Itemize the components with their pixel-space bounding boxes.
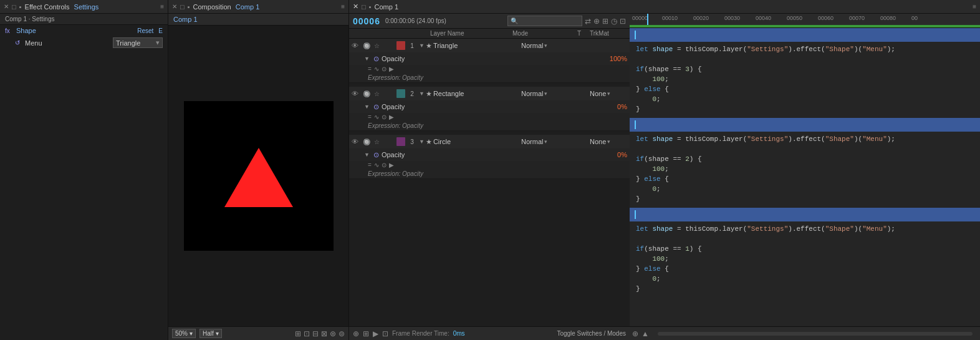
layers-icon-1[interactable]: ⊕ bbox=[353, 329, 359, 338]
layer3-code-block: let shape = thisComp.layer("Settings").e… bbox=[630, 221, 980, 298]
layer1-expr-clock-icon[interactable]: ⊙ bbox=[382, 66, 387, 72]
comp-viewer bbox=[168, 26, 348, 326]
reset-button[interactable]: Reset bbox=[137, 27, 153, 34]
layer2-opacity-expand-icon[interactable]: ▼ bbox=[364, 104, 370, 110]
safe-zones-icon[interactable]: ⊚ bbox=[339, 329, 345, 338]
comp-close-icon[interactable]: ✕ bbox=[172, 3, 177, 10]
layer3-expr-graph-icon[interactable]: ∿ bbox=[374, 162, 379, 168]
layer3-opacity-value[interactable]: 0% bbox=[617, 151, 627, 158]
menu-dropdown[interactable]: Triangle ▾ bbox=[113, 37, 163, 48]
layers-bottom-bar: ⊕ ⊞ ▶ ⊡ Frame Render Time: 0ms Toggle Sw… bbox=[349, 326, 630, 340]
layer2-opacity-value[interactable]: 0% bbox=[617, 103, 627, 110]
comp-footer: 50% ▾ Half ▾ ⊞ ⊡ ⊟ ⊠ ⊛ ⊚ bbox=[168, 326, 348, 340]
layer3-opacity-expand-icon[interactable]: ▼ bbox=[364, 152, 370, 158]
layer1-code-header bbox=[630, 28, 980, 42]
ruler-icon[interactable]: ⊛ bbox=[330, 329, 336, 338]
layer2-code-header bbox=[630, 118, 980, 132]
layer2-expr-graph-icon[interactable]: ∿ bbox=[374, 114, 379, 120]
timeline-search-input[interactable] bbox=[507, 16, 582, 26]
layer2-expand-arrow[interactable]: ▼ bbox=[419, 90, 425, 97]
comp-footer-icons: ⊞ ⊡ ⊟ ⊠ ⊛ ⊚ bbox=[295, 329, 345, 338]
layer3-vis-icon[interactable]: 👁 bbox=[352, 138, 362, 145]
quality-dropdown[interactable]: Half ▾ bbox=[199, 329, 222, 338]
layer1-code-section: let shape = thisComp.layer("Settings").e… bbox=[630, 28, 980, 118]
timeline-bottom-icon-2[interactable]: ▲ bbox=[641, 329, 649, 338]
ruler-mark-70: 00070 bbox=[849, 15, 865, 21]
tl-icon-3[interactable]: ⊞ bbox=[602, 17, 608, 26]
reset-view-icon[interactable]: ⊡ bbox=[304, 329, 310, 338]
layer3-trkmat-dropdown[interactable]: None ▾ bbox=[590, 138, 627, 145]
timeline-right-panel: 00000 00010 00020 00030 00040 00050 0006… bbox=[630, 14, 980, 340]
hamburger-icon[interactable]: ≡ bbox=[160, 3, 164, 10]
timeline-bottom-icon-1[interactable]: ⊕ bbox=[632, 329, 638, 338]
layer1-expr-run-icon[interactable]: ▶ bbox=[389, 66, 394, 72]
layer1-expr-eq-icon[interactable]: = bbox=[368, 66, 372, 72]
timeline-hamburger-icon[interactable]: ≡ bbox=[973, 3, 976, 10]
work-area-bar bbox=[630, 25, 980, 27]
layer2-expr-run-icon[interactable]: ▶ bbox=[389, 114, 394, 120]
cycle-icon: ↺ bbox=[15, 39, 20, 46]
toggle-switches-button[interactable]: Toggle Switches / Modes bbox=[557, 330, 626, 337]
layer-row-1[interactable]: 👁 🔘 ☆ 1 ▼ ★ Triangle Normal ▾ bbox=[349, 39, 630, 52]
layer3-expr-eq-icon[interactable]: = bbox=[368, 162, 372, 168]
layer3-expand-arrow[interactable]: ▼ bbox=[419, 138, 425, 145]
layer1-expr-graph-icon[interactable]: ∿ bbox=[374, 66, 379, 72]
layer1-opacity-expand-icon[interactable]: ▼ bbox=[364, 56, 370, 62]
layer2-code-else: } else { bbox=[636, 174, 974, 184]
layer-group-2: 👁 🔘 ☆ 2 ▼ ★ Rectangle Normal ▾ None bbox=[349, 87, 630, 131]
layer1-code-else: } else { bbox=[636, 84, 974, 94]
layer2-solo-icon[interactable]: ☆ bbox=[374, 90, 384, 97]
comp-hamburger-icon[interactable]: ≡ bbox=[341, 3, 345, 10]
layer2-vis-icon[interactable]: 👁 bbox=[352, 90, 362, 97]
effect-controls-subheader: Comp 1 · Settings bbox=[0, 14, 168, 25]
layer3-audio-icon[interactable]: 🔘 bbox=[363, 138, 373, 145]
layer3-trkmat-text: None bbox=[590, 138, 606, 145]
layers-icon-2[interactable]: ⊞ bbox=[363, 329, 369, 338]
tl-icon-5[interactable]: ⊡ bbox=[620, 17, 626, 26]
layer1-expand-arrow[interactable]: ▼ bbox=[419, 42, 425, 49]
layer2-audio-icon[interactable]: 🔘 bbox=[363, 90, 373, 97]
layer1-audio-icon[interactable]: 🔘 bbox=[363, 42, 373, 49]
layer2-expr-clock-icon[interactable]: ⊙ bbox=[382, 114, 387, 120]
fit-comp-icon[interactable]: ⊞ bbox=[295, 329, 301, 338]
layer3-expr-controls: = ∿ ⊙ ▶ bbox=[349, 161, 630, 169]
layer3-code-end: } bbox=[636, 284, 974, 294]
col-t-header: T bbox=[577, 30, 587, 37]
layer2-cursor bbox=[635, 120, 636, 129]
layer3-solo-icon[interactable]: ☆ bbox=[374, 138, 384, 145]
layer3-cursor bbox=[635, 210, 636, 219]
layer1-code-then: 100; bbox=[636, 74, 974, 84]
timeline-bottom-bar: ⊕ ▲ bbox=[630, 326, 980, 340]
layer3-mode-dropdown[interactable]: Normal ▾ bbox=[521, 138, 577, 145]
close-icon[interactable]: ✕ bbox=[4, 3, 9, 10]
layer1-mode-dropdown[interactable]: Normal ▾ bbox=[521, 42, 577, 49]
layer2-expr-eq-icon[interactable]: = bbox=[368, 114, 372, 120]
layer3-opacity-row: ▼ ⊙ Opacity 0% bbox=[349, 148, 630, 161]
layer1-opacity-value[interactable]: 100% bbox=[610, 55, 627, 62]
tl-icon-2[interactable]: ⊕ bbox=[593, 17, 600, 26]
layer2-trkmat-dropdown[interactable]: None ▾ bbox=[590, 90, 627, 97]
settings-accent[interactable]: Settings bbox=[74, 3, 99, 11]
timeline-close-icon[interactable]: ✕ bbox=[353, 2, 358, 11]
layers-icon-4[interactable]: ⊡ bbox=[382, 329, 388, 338]
guide-icon[interactable]: ⊠ bbox=[321, 329, 327, 338]
layer3-mode-arrow-icon: ▾ bbox=[544, 138, 547, 145]
quality-value: Half bbox=[203, 330, 214, 337]
layer2-name: Rectangle bbox=[433, 90, 520, 97]
tl-icon-1[interactable]: ⇄ bbox=[585, 17, 591, 26]
tl-icon-4[interactable]: ◷ bbox=[611, 17, 617, 26]
layer2-trkmat-arrow-icon: ▾ bbox=[607, 90, 610, 97]
panel-title-effect: Effect Controls Settings bbox=[25, 3, 99, 11]
layer2-mode-dropdown[interactable]: Normal ▾ bbox=[521, 90, 577, 97]
layer3-code-then: 100; bbox=[636, 254, 974, 264]
layer1-solo-icon[interactable]: ☆ bbox=[374, 42, 384, 49]
zoom-dropdown[interactable]: 50% ▾ bbox=[172, 329, 196, 338]
layers-icon-3[interactable]: ▶ bbox=[373, 329, 378, 338]
layer-row-2[interactable]: 👁 🔘 ☆ 2 ▼ ★ Rectangle Normal ▾ None bbox=[349, 87, 630, 100]
layer3-expr-run-icon[interactable]: ▶ bbox=[389, 162, 394, 168]
layer3-expr-clock-icon[interactable]: ⊙ bbox=[382, 162, 387, 168]
grid-icon[interactable]: ⊟ bbox=[312, 329, 319, 338]
layer1-vis-icon[interactable]: 👁 bbox=[352, 42, 362, 49]
layer-row-3[interactable]: 👁 🔘 ☆ 3 ▼ ★ Circle Normal ▾ None bbox=[349, 135, 630, 148]
timeline-scrollbar[interactable] bbox=[658, 332, 973, 336]
